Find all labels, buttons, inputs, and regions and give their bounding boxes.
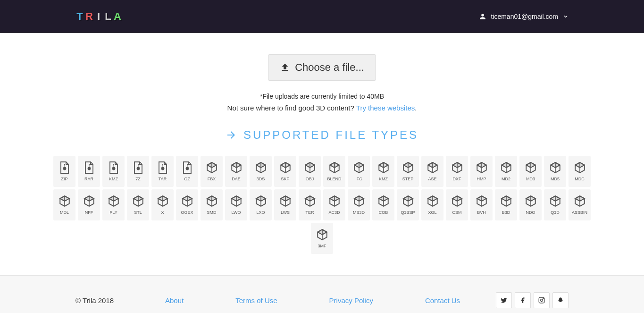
svg-point-5 bbox=[186, 168, 188, 170]
file-type-item: Q3D bbox=[544, 189, 566, 220]
footer-link-terms-of-use[interactable]: Terms of Use bbox=[235, 296, 277, 305]
file-type-item: 7Z bbox=[127, 156, 149, 187]
file-type-item: CSM bbox=[446, 189, 468, 220]
file-type-label: NFF bbox=[85, 210, 93, 215]
file-type-label: OBJ bbox=[306, 177, 314, 181]
logo-letter: T bbox=[75, 11, 84, 22]
file-type-item: Q3BSP bbox=[397, 189, 419, 220]
file-type-label: MD3 bbox=[526, 177, 535, 181]
file-type-item: 3DS bbox=[250, 156, 272, 187]
footer-link-privacy-policy[interactable]: Privacy Policy bbox=[329, 296, 373, 305]
instagram-icon bbox=[538, 297, 545, 304]
file-type-item: DXF bbox=[446, 156, 468, 187]
facebook-button[interactable] bbox=[515, 292, 531, 308]
file-type-label: SKP bbox=[281, 177, 289, 181]
file-type-item: ASSBIN bbox=[569, 189, 591, 220]
cube-icon bbox=[59, 195, 71, 207]
cube-icon bbox=[132, 195, 144, 207]
file-type-label: 7Z bbox=[135, 177, 141, 181]
cube-icon bbox=[574, 195, 586, 207]
file-type-item: LXO bbox=[250, 189, 272, 220]
cube-icon bbox=[157, 195, 169, 207]
file-type-label: SMD bbox=[207, 210, 217, 215]
svg-point-2 bbox=[112, 168, 115, 170]
user-menu[interactable]: ticeman01@gmail.com bbox=[479, 13, 569, 20]
logo-letter: L bbox=[104, 11, 112, 22]
file-type-label: LWS bbox=[281, 210, 290, 215]
logo[interactable]: TRILA bbox=[75, 11, 122, 22]
cube-icon bbox=[328, 195, 341, 207]
file-type-item: LWO bbox=[225, 189, 247, 220]
instagram-button[interactable] bbox=[534, 292, 550, 308]
file-types-grid: ZIPRARKMZ7ZTARGZFBXDAE3DSSKPOBJBLENDIFCK… bbox=[53, 156, 591, 254]
file-type-label: Q3D bbox=[551, 210, 560, 215]
cube-icon bbox=[476, 161, 488, 174]
file-type-label: MDC bbox=[575, 177, 585, 181]
svg-point-7 bbox=[541, 299, 543, 302]
cube-icon bbox=[353, 161, 365, 174]
cube-icon bbox=[353, 195, 365, 207]
file-type-item: OGEX bbox=[176, 189, 198, 220]
file-type-label: MDL bbox=[60, 210, 69, 215]
cube-icon bbox=[525, 161, 537, 174]
file-type-item: IFC bbox=[348, 156, 370, 187]
social-icons bbox=[496, 292, 569, 308]
file-type-label: MD5 bbox=[551, 177, 560, 181]
file-type-label: TAR bbox=[159, 177, 167, 181]
archive-icon bbox=[181, 161, 193, 174]
file-type-item: RAR bbox=[78, 156, 100, 187]
twitter-button[interactable] bbox=[496, 292, 512, 308]
file-type-label: BLEND bbox=[327, 177, 341, 181]
svg-point-0 bbox=[63, 168, 66, 170]
file-type-label: AC3D bbox=[328, 210, 340, 215]
file-type-label: MD2 bbox=[502, 177, 510, 181]
file-type-item: BLEND bbox=[323, 156, 345, 187]
cube-icon bbox=[316, 228, 328, 241]
main-content: Choose a file... *File uploads are curre… bbox=[0, 33, 644, 268]
svg-point-3 bbox=[137, 168, 139, 170]
file-type-label: CSM bbox=[452, 210, 462, 215]
file-type-item: KMZ bbox=[102, 156, 125, 187]
file-type-label: RAR bbox=[84, 177, 93, 181]
file-type-item: TAR bbox=[151, 156, 174, 187]
find-content-note: Not sure where to find good 3D content? … bbox=[0, 104, 644, 112]
archive-icon bbox=[59, 161, 71, 174]
chevron-down-icon bbox=[563, 14, 569, 19]
svg-point-4 bbox=[161, 168, 164, 170]
supported-types-heading: SUPPORTED FILE TYPES bbox=[0, 128, 644, 142]
cube-icon bbox=[108, 195, 120, 207]
file-type-item: MDL bbox=[53, 189, 75, 220]
file-type-item: B3D bbox=[495, 189, 517, 220]
file-type-item: MD5 bbox=[544, 156, 566, 187]
file-type-item: LWS bbox=[274, 189, 296, 220]
archive-icon bbox=[83, 161, 95, 174]
cube-icon bbox=[181, 195, 193, 207]
cube-icon bbox=[206, 195, 218, 207]
cube-icon bbox=[377, 161, 390, 174]
file-type-item: GZ bbox=[176, 156, 198, 187]
file-type-label: 3DS bbox=[257, 177, 265, 181]
file-type-label: KMZ bbox=[379, 177, 388, 181]
file-type-label: PLY bbox=[109, 210, 117, 215]
file-type-label: B3D bbox=[502, 210, 510, 215]
file-type-label: HMP bbox=[477, 177, 486, 181]
file-type-item: NDO bbox=[519, 189, 542, 220]
try-websites-link[interactable]: Try these websites bbox=[356, 104, 415, 112]
footer-link-about[interactable]: About bbox=[165, 296, 184, 305]
logo-letter: A bbox=[113, 11, 122, 22]
file-type-label: Q3BSP bbox=[401, 210, 415, 215]
file-type-label: COB bbox=[379, 210, 388, 215]
file-type-item: KMZ bbox=[372, 156, 394, 187]
find-note-pre: Not sure where to find good 3D content? bbox=[227, 104, 356, 112]
file-type-label: XGL bbox=[428, 210, 436, 215]
file-type-item: SKP bbox=[274, 156, 296, 187]
supported-title-text: SUPPORTED FILE TYPES bbox=[243, 128, 418, 142]
file-type-label: DAE bbox=[232, 177, 241, 181]
footer-link-contact-us[interactable]: Contact Us bbox=[425, 296, 460, 305]
snapchat-icon bbox=[557, 297, 564, 304]
file-type-label: MS3D bbox=[353, 210, 365, 215]
twitter-icon bbox=[501, 297, 507, 304]
snapchat-button[interactable] bbox=[552, 292, 569, 308]
cube-icon bbox=[427, 161, 439, 174]
choose-file-button[interactable]: Choose a file... bbox=[268, 54, 376, 81]
